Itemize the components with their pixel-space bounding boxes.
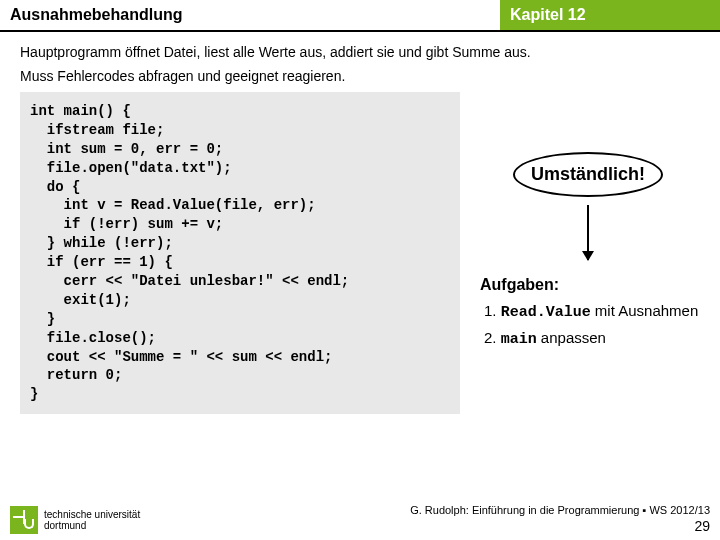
arrow-down-icon [587, 205, 589, 260]
slide-footer: technische universität dortmund G. Rudol… [10, 504, 710, 534]
slide-content: Hauptprogramm öffnet Datei, liest alle W… [0, 32, 720, 414]
task-1: 1. Read.Value mit Ausnahmen [484, 302, 700, 321]
uni-line-2: dortmund [44, 520, 140, 531]
credit-line: G. Rudolph: Einführung in die Programmie… [410, 504, 710, 516]
tasks-heading: Aufgaben: [480, 276, 700, 294]
task-2-text: anpassen [537, 329, 606, 346]
university-logo: technische universität dortmund [10, 506, 140, 534]
slide-header: Ausnahmebehandlung Kapitel 12 [0, 0, 720, 32]
code-block: int main() { ifstream file; int sum = 0,… [20, 92, 460, 414]
task-2-code: main [501, 331, 537, 348]
task-1-number: 1. [484, 302, 501, 319]
slide-number: 29 [410, 518, 710, 534]
footer-right: G. Rudolph: Einführung in die Programmie… [410, 504, 710, 534]
task-2-number: 2. [484, 329, 501, 346]
header-title-right: Kapitel 12 [500, 0, 720, 30]
tu-logo-icon [10, 506, 38, 534]
comment-bubble: Umständlich! [513, 152, 663, 197]
task-1-text: mit Ausnahmen [591, 302, 699, 319]
task-2: 2. main anpassen [484, 329, 700, 348]
intro-line-2: Muss Fehlercodes abfragen und geeignet r… [20, 68, 700, 84]
uni-line-1: technische universität [44, 509, 140, 520]
university-name: technische universität dortmund [44, 509, 140, 531]
main-area: int main() { ifstream file; int sum = 0,… [20, 92, 700, 414]
side-panel: Umständlich! Aufgaben: 1. Read.Value mit… [476, 92, 700, 414]
header-title-left: Ausnahmebehandlung [0, 0, 500, 30]
tasks-block: Aufgaben: 1. Read.Value mit Ausnahmen 2.… [476, 276, 700, 356]
task-1-code: Read.Value [501, 304, 591, 321]
intro-line-1: Hauptprogramm öffnet Datei, liest alle W… [20, 44, 700, 60]
